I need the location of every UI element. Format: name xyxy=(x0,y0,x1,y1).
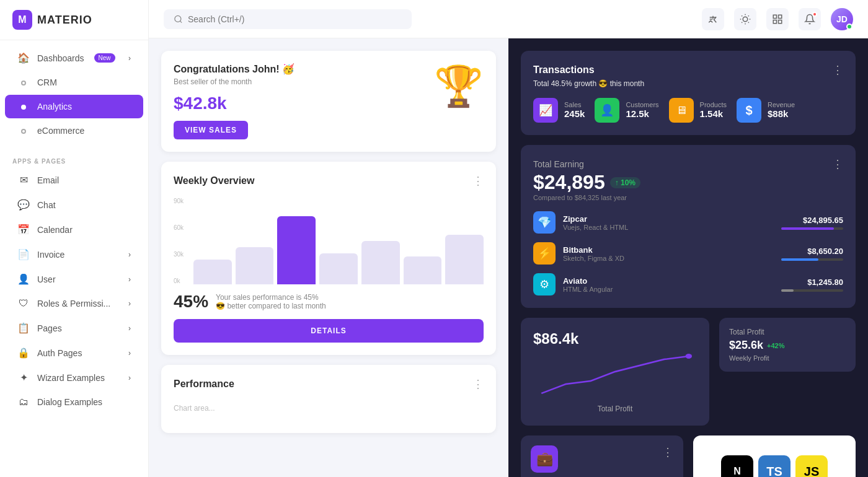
chevron-icon: › xyxy=(128,374,131,382)
sidebar-item-dialog[interactable]: 🗂 Dialog Examples xyxy=(5,390,143,414)
sidebar-item-label: Calendar xyxy=(37,225,73,235)
translate-button[interactable] xyxy=(702,8,724,30)
svg-point-2 xyxy=(743,17,748,22)
sidebar-item-pages[interactable]: 📋 Pages › xyxy=(5,316,143,340)
earning-growth: ↑ 10% xyxy=(610,177,640,188)
bar-5 xyxy=(361,241,400,284)
zipcar-info: Zipcar Vuejs, React & HTML xyxy=(563,214,774,231)
sidebar-item-label: User xyxy=(37,274,56,284)
customers-value: 12.5k xyxy=(626,108,649,119)
stat-customers: 👤 Customers 12.5k xyxy=(595,98,658,123)
weekly-description: Your sales performance is 45% 😎 better c… xyxy=(216,293,327,310)
chat-icon: 💬 xyxy=(17,199,30,211)
sidebar-item-analytics[interactable]: Analytics xyxy=(5,95,143,118)
earning-item-zipcar: 💎 Zipcar Vuejs, React & HTML $24,895.65 xyxy=(533,211,843,234)
zipcar-sub: Vuejs, React & HTML xyxy=(563,224,774,231)
new-project-more-button[interactable]: ⋮ xyxy=(662,445,673,459)
sidebar-item-auth[interactable]: 🔒 Auth Pages › xyxy=(5,341,143,365)
grid-button[interactable] xyxy=(766,8,789,30)
profit-line-chart xyxy=(533,350,697,400)
sidebar-item-email[interactable]: ✉ Email xyxy=(5,168,143,192)
bar-label-30k: 30k xyxy=(174,251,184,258)
sidebar-item-chat[interactable]: 💬 Chat xyxy=(5,193,143,217)
bitbank-value: $8,650.20 xyxy=(781,247,843,256)
earning-list: 💎 Zipcar Vuejs, React & HTML $24,895.65 xyxy=(533,211,843,295)
bitbank-sub: Sketch, Figma & XD xyxy=(563,255,774,262)
sidebar-item-label: Email xyxy=(37,175,59,185)
earning-item-bitbank: ⚡ Bitbank Sketch, Figma & XD $8,650.20 xyxy=(533,242,843,265)
bitbank-amount: $8,650.20 xyxy=(781,247,843,261)
grid-icon xyxy=(772,14,783,25)
profit-sub-label: Weekly Profit xyxy=(729,354,846,362)
revenue-value: $88k xyxy=(768,108,788,119)
translate-icon xyxy=(707,14,719,25)
bar-chart-labels: 90k 60k 30k 0k xyxy=(174,198,184,284)
sidebar-item-invoice[interactable]: 📄 Invoice › xyxy=(5,242,143,266)
earning-more-button[interactable]: ⋮ xyxy=(832,157,843,171)
congrats-amount: $42.8k xyxy=(174,94,294,113)
bitbank-progress xyxy=(781,258,843,261)
theme-toggle-button[interactable] xyxy=(734,8,756,30)
svg-rect-13 xyxy=(773,20,776,23)
weekly-more-button[interactable]: ⋮ xyxy=(472,174,484,188)
sidebar-item-user[interactable]: 👤 User › xyxy=(5,267,143,291)
search-input[interactable] xyxy=(188,14,402,24)
svg-rect-11 xyxy=(773,15,776,18)
transactions-more-button[interactable]: ⋮ xyxy=(832,63,843,77)
avatar[interactable]: JD xyxy=(831,8,853,30)
trophy-icon: 🏆 xyxy=(434,63,484,110)
sidebar-item-roles[interactable]: 🛡 Roles & Permissi... › xyxy=(5,292,143,315)
sidebar-item-dashboards[interactable]: 🏠 Dashboards New › xyxy=(5,46,143,70)
main-nav: 🏠 Dashboards New › CRM Analytics eCommer… xyxy=(0,40,148,148)
sidebar-item-label: Wizard Examples xyxy=(37,373,105,383)
revenue-label: Revenue xyxy=(768,101,795,108)
sidebar-item-label: Chat xyxy=(37,200,56,210)
stat-products: 🖥 Products 1.54k xyxy=(669,98,727,123)
svg-rect-14 xyxy=(779,20,782,23)
invoice-icon: 📄 xyxy=(17,248,30,260)
weekly-footer: 45% Your sales performance is 45% 😎 bett… xyxy=(174,292,484,312)
bitbank-info: Bitbank Sketch, Figma & XD xyxy=(563,245,774,262)
dialog-icon: 🗂 xyxy=(17,396,30,408)
sidebar-item-wizard[interactable]: ✦ Wizard Examples › xyxy=(5,365,143,390)
header-icons: JD xyxy=(702,8,853,30)
sidebar-item-label: Pages xyxy=(37,323,62,333)
notifications-button[interactable] xyxy=(799,8,821,30)
sidebar-item-label: CRM xyxy=(37,77,57,87)
congratulations-card: Congratulations John! 🥳 Best seller of t… xyxy=(161,51,496,152)
zipcar-value: $24,895.65 xyxy=(781,216,843,225)
search-bar[interactable] xyxy=(164,9,412,29)
performance-more-button[interactable]: ⋮ xyxy=(472,377,484,391)
sales-label: Sales xyxy=(564,101,585,108)
transaction-stats: 📈 Sales 245k 👤 Customers 12.5k xyxy=(533,98,843,123)
aviato-progress xyxy=(781,289,843,292)
details-button[interactable]: DETAILS xyxy=(174,319,484,343)
profit-mini-title: Total Profit xyxy=(729,328,846,336)
content-left: Congratulations John! 🥳 Best seller of t… xyxy=(149,38,508,477)
aviato-info: Aviato HTML & Angular xyxy=(563,276,774,293)
new-project-row: 💼 ⋮ 2,856 New Project 862 -18% xyxy=(521,435,856,477)
chevron-icon: › xyxy=(128,349,131,357)
chevron-icon: › xyxy=(128,275,131,284)
profit-mini-card: Total Profit $25.6k +42% Weekly Profit xyxy=(719,318,856,372)
stat-sales: 📈 Sales 245k xyxy=(533,98,585,123)
customers-info: Customers 12.5k xyxy=(626,101,658,120)
sales-icon: 📈 xyxy=(533,98,558,123)
view-sales-button[interactable]: VIEW SALES xyxy=(174,121,248,139)
sidebar-item-calendar[interactable]: 📅 Calendar xyxy=(5,217,143,242)
sidebar-logo: M MATERIO xyxy=(0,0,148,40)
bar-2 xyxy=(236,247,274,284)
bar-label-90k: 90k xyxy=(174,198,184,204)
sidebar-item-label: Dashboards xyxy=(37,53,84,63)
zipcar-name: Zipcar xyxy=(563,214,774,224)
bar-label-0k: 0k xyxy=(174,278,184,284)
new-project-icon: 💼 xyxy=(531,445,558,473)
sidebar-item-crm[interactable]: CRM xyxy=(5,71,143,94)
performance-card: Performance ⋮ Chart area... xyxy=(161,365,496,433)
bitbank-icon: ⚡ xyxy=(533,242,556,265)
svg-point-0 xyxy=(175,15,181,22)
svg-line-6 xyxy=(748,22,749,22)
zipcar-icon: 💎 xyxy=(533,211,556,234)
apps-section: APPS & PAGES ✉ Email 💬 Chat 📅 Calendar 📄… xyxy=(0,148,148,419)
sidebar-item-ecommerce[interactable]: eCommerce xyxy=(5,119,143,142)
